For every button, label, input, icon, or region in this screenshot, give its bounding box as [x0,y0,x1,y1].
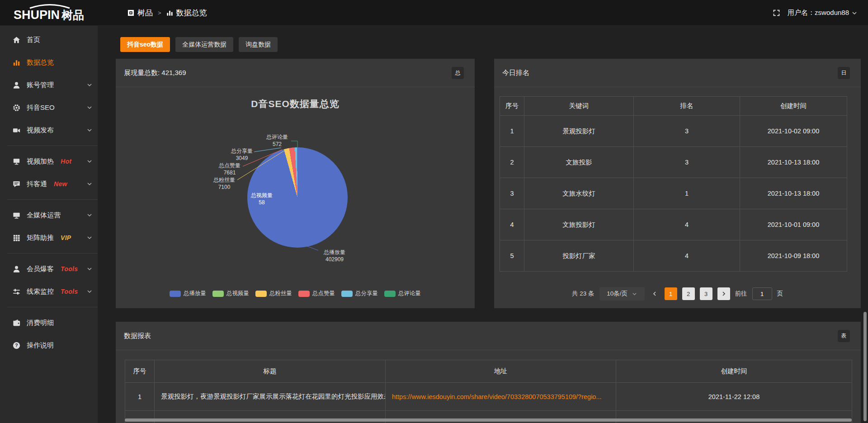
tab-douyin-seo-data[interactable]: 抖音seo数据 [120,37,170,52]
fullscreen-icon[interactable] [773,9,780,17]
chevron-left-icon [652,291,657,296]
total-count-label: 共 23 条 [572,290,594,298]
sidebar: 首页 数据总览 账号管理 抖音SEO 视频发布 视频加热 Hot 抖客通 New… [0,26,98,423]
sidebar-item-douketong[interactable]: 抖客通 New [0,173,98,195]
sidebar-item-help[interactable]: ? 操作说明 [0,334,98,357]
chevron-down-icon [87,105,92,110]
sidebar-divider [7,307,98,307]
breadcrumb-root[interactable]: 树品 [127,8,153,18]
legend-item-likes[interactable]: 总点赞量 [298,290,335,297]
breadcrumb-current[interactable]: 数据总览 [166,8,207,18]
chevron-down-icon [87,181,92,187]
page-button-1[interactable]: 1 [665,287,677,300]
sidebar-item-clue-monitor[interactable]: 线索监控 Tools [0,280,98,303]
app-logo: SHUPIN 树品 [13,4,99,23]
sidebar-item-member-burst[interactable]: 会员爆客 Tools [0,258,98,280]
page-size-select[interactable]: 10条/页 [599,287,645,301]
legend-item-plays[interactable]: 总播放量 [170,290,206,297]
vip-badge: VIP [61,234,71,241]
user-dropdown[interactable]: 用户名：zswodun88 [788,9,857,17]
user-area: 用户名：zswodun88 [773,0,857,26]
cell-created: 2021-10-02 09:00 [740,116,847,147]
cell-created: 2021-10-01 09:00 [740,209,847,240]
page-button-2[interactable]: 2 [682,287,695,300]
total-view-button[interactable]: 总 [452,67,464,79]
pie-label-name: 总粉丝量 [213,176,235,183]
vertical-scrollbar[interactable] [863,312,867,421]
cell-index: 1 [500,116,524,147]
table-row: 3 文旅水纹灯 1 2021-10-13 18:00 [500,178,847,209]
daily-view-button[interactable]: 日 [838,67,850,79]
user-label: 用户名：zswodun88 [788,9,849,17]
overview-panel: 展现量总数: 421,369 总 D音SEO数据量总览 总评论量 572 总分享… [116,59,475,308]
sidebar-item-data-overview[interactable]: 数据总览 [0,51,98,74]
ranking-table: 序号 关键词 排名 创建时间 1 景观投影灯 3 2021-10-02 09:0… [500,96,847,272]
pie-label-name: 总点赞量 [219,162,241,169]
legend-swatch [212,291,224,297]
chevron-right-icon [721,291,726,296]
table-row: 4 文旅投影灯 4 2021-10-01 09:00 [500,209,847,240]
sidebar-item-label: 视频发布 [27,126,54,135]
sidebar-item-account[interactable]: 账号管理 [0,74,98,96]
legend-item-fans[interactable]: 总粉丝量 [255,290,292,297]
sidebar-divider [7,199,98,200]
next-page-button[interactable] [717,287,730,300]
table-header-row: 序号 关键词 排名 创建时间 [500,97,847,116]
sidebar-item-consume-detail[interactable]: 消费明细 [0,311,98,334]
chevron-down-icon [87,266,92,272]
sidebar-item-matrix-boost[interactable]: 矩阵助推 VIP [0,226,98,249]
sidebar-item-label: 矩阵助推 [27,234,54,242]
legend-swatch [170,291,181,297]
report-panel-header: 数据报表 表 [116,322,861,350]
sidebar-item-label: 会员爆客 [27,265,54,273]
legend-item-comments[interactable]: 总评论量 [384,290,421,297]
table-row: 1 景观投影灯 3 2021-10-02 09:00 [500,116,847,147]
cell-keyword: 文旅水纹灯 [524,178,634,209]
pie-label-value: 7100 [213,183,235,191]
pie-label-shares: 总分享量 3049 [231,147,253,162]
ranking-title: 今日排名 [502,69,529,77]
sidebar-item-douyin-seo[interactable]: 抖音SEO [0,96,98,119]
tools-badge: Tools [61,265,78,273]
page-button-3[interactable]: 3 [700,287,712,300]
top-bar: SHUPIN 树品 树品 > 数据总览 用户名：zswodun88 [0,0,868,26]
chevron-down-icon [87,127,92,133]
legend-swatch [341,291,353,297]
overview-panel-header: 展现量总数: 421,369 总 [116,59,475,87]
legend-label: 总评论量 [398,290,421,297]
sidebar-item-label: 全媒体运营 [27,211,61,220]
legend-item-shares[interactable]: 总分享量 [341,290,378,297]
legend-item-videos[interactable]: 总视频量 [212,290,249,297]
sidebar-item-label: 数据总览 [27,58,54,67]
column-header-created: 创建时间 [740,97,847,116]
logo-text-en: SHUPIN [14,8,60,22]
chevron-down-icon [87,212,92,218]
report-title: 数据报表 [124,332,151,340]
screen-icon [12,157,21,166]
table-view-button[interactable]: 表 [838,330,850,342]
horizontal-scrollbar[interactable] [125,418,852,422]
chat-bubble-icon [12,179,21,188]
video-link[interactable]: https://www.iesdouyin.com/share/video/70… [392,393,602,400]
pie-label-value: 572 [266,141,288,148]
prev-page-button[interactable] [650,291,660,296]
sidebar-item-video-heat[interactable]: 视频加热 Hot [0,150,98,173]
pie-label-videos: 总视频量 58 [251,192,273,206]
sidebar-item-media-operation[interactable]: 全媒体运营 [0,204,98,226]
legend-label: 总粉丝量 [269,290,292,297]
video-camera-icon [12,126,21,135]
pie-label-name: 总播放量 [324,249,345,256]
breadcrumb: 树品 > 数据总览 [127,0,207,26]
chevron-down-icon [632,291,637,296]
tab-inquiry-data[interactable]: 询盘数据 [239,37,278,52]
column-header-url: 地址 [386,360,616,383]
goto-page-input[interactable] [752,287,772,300]
person-icon [12,264,21,273]
impressions-total-label: 展现量总数: 421,369 [124,69,186,77]
sidebar-item-home[interactable]: 首页 [0,28,98,51]
goto-label: 前往 [735,290,747,298]
pie-label-name: 总视频量 [251,192,273,199]
cell-created: 2021-10-13 18:00 [740,178,847,209]
tab-media-operation-data[interactable]: 全媒体运营数据 [175,37,233,52]
sidebar-item-video-publish[interactable]: 视频发布 [0,119,98,141]
